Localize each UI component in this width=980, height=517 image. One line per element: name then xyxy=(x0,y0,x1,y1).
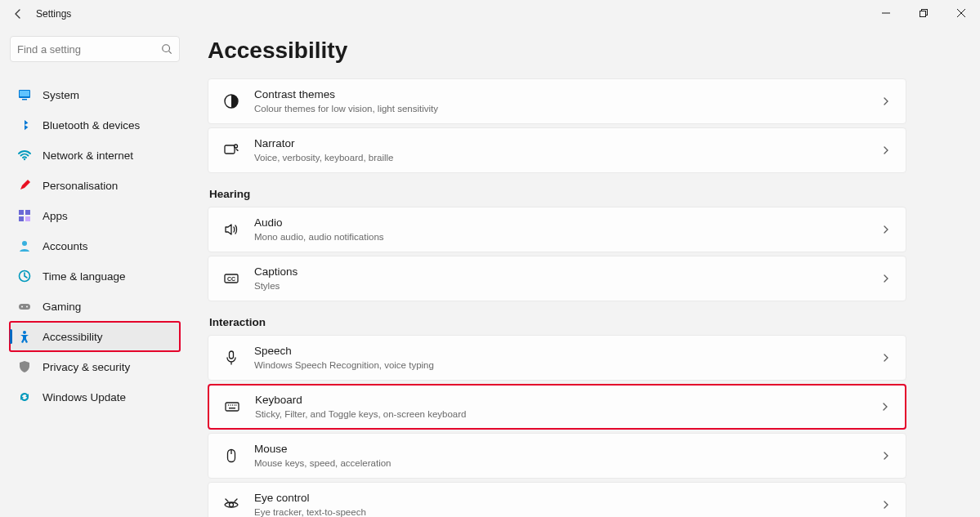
sidebar-item-label: Network & internet xyxy=(43,149,133,162)
search-icon xyxy=(161,43,172,55)
svg-rect-6 xyxy=(20,91,29,96)
search-input[interactable] xyxy=(17,43,161,56)
svg-point-3 xyxy=(163,45,170,52)
sidebar-item-apps[interactable]: Apps xyxy=(10,201,180,230)
close-icon xyxy=(957,9,965,17)
sidebar-item-label: Gaming xyxy=(43,301,81,313)
eye-icon xyxy=(223,497,239,513)
chevron-right-icon xyxy=(881,274,891,283)
svg-point-30 xyxy=(235,404,236,405)
chevron-right-icon xyxy=(881,451,891,461)
speaker-icon xyxy=(223,221,239,238)
card-title: Speech xyxy=(254,345,881,359)
card-eye-control[interactable]: Eye control Eye tracker, text-to-speech xyxy=(208,482,906,517)
maximize-icon xyxy=(920,9,928,17)
contrast-icon xyxy=(223,93,239,109)
sidebar-item-label: Accessibility xyxy=(43,331,103,343)
accounts-icon xyxy=(18,239,31,252)
bluetooth-icon xyxy=(18,118,31,131)
svg-rect-25 xyxy=(226,403,239,411)
keyboard-icon xyxy=(224,399,240,415)
svg-rect-10 xyxy=(25,210,30,215)
card-title: Keyboard xyxy=(255,394,880,408)
sidebar-item-system[interactable]: System xyxy=(10,80,180,109)
svg-point-21 xyxy=(235,145,238,148)
sidebar-item-update[interactable]: Windows Update xyxy=(10,382,180,412)
card-contrast-themes[interactable]: Contrast themes Colour themes for low vi… xyxy=(208,78,906,124)
sidebar-item-label: Personalisation xyxy=(43,180,118,192)
svg-point-16 xyxy=(21,306,23,308)
sidebar-item-accessibility[interactable]: Accessibility xyxy=(10,322,180,351)
svg-point-34 xyxy=(230,503,234,507)
card-audio[interactable]: Audio Mono audio, audio notifications xyxy=(208,207,906,252)
svg-rect-20 xyxy=(225,145,235,154)
card-title: Mouse xyxy=(254,443,881,457)
arrow-left-icon xyxy=(11,7,25,20)
card-title: Audio xyxy=(254,216,881,230)
maximize-button[interactable] xyxy=(905,0,942,26)
page-title: Accessibility xyxy=(208,38,906,64)
svg-rect-9 xyxy=(19,210,24,215)
sidebar-item-personalisation[interactable]: Personalisation xyxy=(10,171,180,200)
sidebar-item-label: Windows Update xyxy=(43,391,126,403)
card-sub: Windows Speech Recognition, voice typing xyxy=(254,359,881,371)
captions-icon: CC xyxy=(223,270,239,287)
search-input-wrapper[interactable] xyxy=(10,36,180,62)
card-sub: Voice, verbosity, keyboard, braille xyxy=(254,152,881,163)
svg-rect-31 xyxy=(229,408,235,408)
close-button[interactable] xyxy=(942,0,980,26)
system-icon xyxy=(18,88,31,101)
accessibility-icon xyxy=(18,330,31,343)
sidebar-item-bluetooth[interactable]: Bluetooth & devices xyxy=(10,110,180,140)
card-sub: Mouse keys, speed, acceleration xyxy=(254,457,881,469)
card-title: Narrator xyxy=(254,137,881,151)
svg-rect-12 xyxy=(25,216,30,221)
card-narrator[interactable]: Narrator Voice, verbosity, keyboard, bra… xyxy=(208,127,906,173)
sidebar-nav: System Bluetooth & devices Network & int… xyxy=(10,80,180,412)
card-sub: Eye tracker, text-to-speech xyxy=(254,506,881,517)
card-captions[interactable]: CC Captions Styles xyxy=(208,256,906,301)
sidebar-item-gaming[interactable]: Gaming xyxy=(10,292,180,321)
svg-point-29 xyxy=(234,404,235,405)
svg-rect-11 xyxy=(19,216,24,221)
microphone-icon xyxy=(223,350,239,366)
chevron-right-icon xyxy=(881,500,891,510)
shield-icon xyxy=(18,360,31,373)
sidebar-item-privacy[interactable]: Privacy & security xyxy=(10,352,180,381)
chevron-right-icon xyxy=(880,402,890,412)
card-sub: Mono audio, audio notifications xyxy=(254,231,881,243)
section-label-interaction: Interaction xyxy=(209,316,906,328)
card-speech[interactable]: Speech Windows Speech Recognition, voice… xyxy=(208,335,906,381)
svg-rect-2 xyxy=(920,11,926,17)
wifi-icon xyxy=(18,149,31,162)
card-title: Contrast themes xyxy=(254,88,881,102)
sidebar-item-label: Apps xyxy=(43,210,68,222)
svg-rect-24 xyxy=(230,351,234,359)
card-sub: Sticky, Filter, and Toggle keys, on-scre… xyxy=(255,408,880,420)
mouse-icon xyxy=(223,448,239,464)
chevron-right-icon xyxy=(881,353,891,363)
sidebar-item-time[interactable]: Time & language xyxy=(10,261,180,291)
sidebar-item-label: System xyxy=(43,89,79,101)
svg-text:CC: CC xyxy=(227,276,235,282)
card-keyboard[interactable]: Keyboard Sticky, Filter, and Toggle keys… xyxy=(208,384,906,430)
paintbrush-icon xyxy=(18,179,31,192)
svg-point-17 xyxy=(26,306,28,308)
sidebar-item-accounts[interactable]: Accounts xyxy=(10,231,180,261)
sidebar-item-network[interactable]: Network & internet xyxy=(10,140,180,170)
chevron-right-icon xyxy=(881,96,891,106)
svg-point-18 xyxy=(23,331,26,334)
card-mouse[interactable]: Mouse Mouse keys, speed, acceleration xyxy=(208,433,906,479)
minimize-icon xyxy=(882,9,890,17)
back-button[interactable] xyxy=(7,2,29,25)
svg-line-4 xyxy=(169,51,172,54)
card-title: Eye control xyxy=(254,492,881,506)
minimize-button[interactable] xyxy=(867,0,905,26)
update-icon xyxy=(18,390,31,403)
chevron-right-icon xyxy=(881,145,891,155)
apps-icon xyxy=(18,209,31,222)
card-sub: Colour themes for low vision, light sens… xyxy=(254,103,881,114)
sidebar-item-label: Time & language xyxy=(43,270,126,283)
sidebar-item-label: Accounts xyxy=(43,240,88,252)
svg-point-26 xyxy=(228,404,229,405)
